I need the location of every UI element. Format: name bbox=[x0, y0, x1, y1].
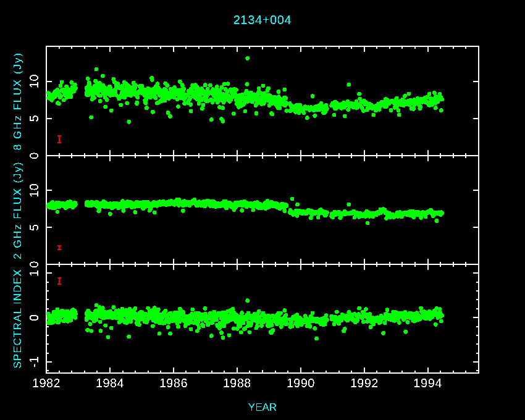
data-point bbox=[284, 313, 288, 317]
data-point bbox=[145, 106, 149, 110]
data-point bbox=[271, 328, 275, 332]
data-point bbox=[427, 92, 432, 96]
data-point bbox=[56, 210, 60, 214]
data-point bbox=[69, 94, 74, 99]
data-point bbox=[156, 82, 160, 86]
data-point bbox=[137, 322, 141, 327]
data-point bbox=[214, 318, 219, 322]
data-point bbox=[371, 322, 376, 326]
y-axis-label-2ghz: 2 GHz FLUX (Jy) bbox=[12, 161, 23, 259]
data-point bbox=[346, 107, 350, 112]
data-point bbox=[313, 114, 317, 118]
data-point bbox=[250, 321, 254, 326]
data-point bbox=[325, 318, 329, 322]
data-point bbox=[381, 331, 385, 335]
data-point bbox=[403, 94, 407, 98]
data-point bbox=[168, 332, 172, 336]
data-point bbox=[316, 216, 321, 220]
data-point bbox=[99, 329, 103, 333]
y-tick-label: 10 bbox=[27, 183, 41, 198]
data-point bbox=[125, 101, 129, 106]
data-point bbox=[313, 326, 317, 330]
data-point bbox=[403, 330, 408, 334]
x-tick-label: 1990 bbox=[287, 376, 315, 390]
data-point bbox=[403, 310, 407, 314]
data-point bbox=[103, 323, 107, 327]
data-point bbox=[314, 337, 319, 341]
light-curve-chart: 2134+004 YEAR 19821984198619881990199219… bbox=[0, 0, 525, 420]
y-tick-label: 10 bbox=[27, 74, 41, 88]
data-point bbox=[377, 107, 382, 112]
data-point bbox=[434, 219, 439, 223]
data-point bbox=[209, 334, 214, 338]
data-point bbox=[119, 103, 123, 107]
data-point bbox=[240, 208, 244, 212]
data-point bbox=[284, 96, 288, 100]
data-point bbox=[158, 332, 162, 336]
data-point bbox=[69, 80, 74, 85]
data-point bbox=[221, 335, 225, 340]
data-point bbox=[60, 80, 64, 84]
data-point bbox=[201, 324, 206, 329]
data-point bbox=[282, 88, 287, 92]
chart-title: 2134+004 bbox=[233, 13, 292, 27]
data-point bbox=[176, 325, 180, 329]
data-point bbox=[325, 211, 329, 215]
data-point bbox=[254, 111, 259, 116]
data-point bbox=[189, 327, 193, 332]
data-point bbox=[434, 106, 438, 110]
data-point bbox=[405, 320, 410, 324]
data-point bbox=[357, 92, 361, 96]
data-point bbox=[106, 335, 111, 339]
data-point bbox=[226, 82, 230, 86]
y-tick-label: 1 bbox=[27, 270, 41, 277]
data-point bbox=[419, 105, 423, 109]
data-point bbox=[343, 114, 347, 119]
y-tick-label: 0 bbox=[27, 261, 41, 268]
data-point bbox=[182, 86, 186, 91]
data-point bbox=[109, 108, 114, 112]
data-point bbox=[200, 107, 204, 111]
data-point bbox=[438, 307, 442, 311]
data-point bbox=[74, 312, 78, 316]
data-point bbox=[324, 313, 329, 317]
data-point bbox=[74, 203, 78, 207]
data-point bbox=[101, 74, 105, 78]
data-point bbox=[92, 96, 96, 100]
data-point bbox=[243, 109, 248, 114]
data-point bbox=[282, 209, 287, 213]
data-point bbox=[383, 321, 387, 326]
data-point bbox=[74, 316, 78, 320]
data-point bbox=[69, 318, 74, 322]
y-axis-label-8ghz: 8 GHz FLUX (Jy) bbox=[12, 52, 23, 150]
data-point bbox=[245, 82, 250, 86]
data-point bbox=[366, 221, 370, 225]
y-tick-label: 5 bbox=[27, 224, 41, 231]
data-point bbox=[234, 88, 238, 92]
data-point bbox=[440, 313, 444, 317]
data-point bbox=[295, 203, 300, 207]
data-point bbox=[168, 114, 172, 119]
data-point bbox=[290, 197, 295, 201]
data-point bbox=[369, 325, 373, 329]
data-point bbox=[308, 324, 313, 329]
data-point bbox=[397, 113, 401, 117]
data-point bbox=[151, 110, 155, 114]
data-point bbox=[220, 85, 224, 90]
data-point bbox=[240, 311, 244, 315]
data-point bbox=[103, 105, 107, 109]
data-point bbox=[156, 307, 161, 311]
data-point bbox=[397, 108, 401, 112]
data-point bbox=[424, 215, 428, 219]
data-point bbox=[434, 322, 438, 327]
data-point bbox=[346, 203, 351, 207]
x-tick-label: 1988 bbox=[223, 376, 251, 390]
data-point bbox=[203, 83, 208, 87]
data-point bbox=[357, 306, 361, 311]
x-tick-label: 1982 bbox=[32, 376, 61, 390]
data-point bbox=[439, 319, 443, 324]
x-tick-label: 1992 bbox=[350, 376, 379, 390]
data-point bbox=[311, 311, 315, 315]
data-point bbox=[182, 314, 186, 318]
data-point bbox=[59, 94, 63, 98]
